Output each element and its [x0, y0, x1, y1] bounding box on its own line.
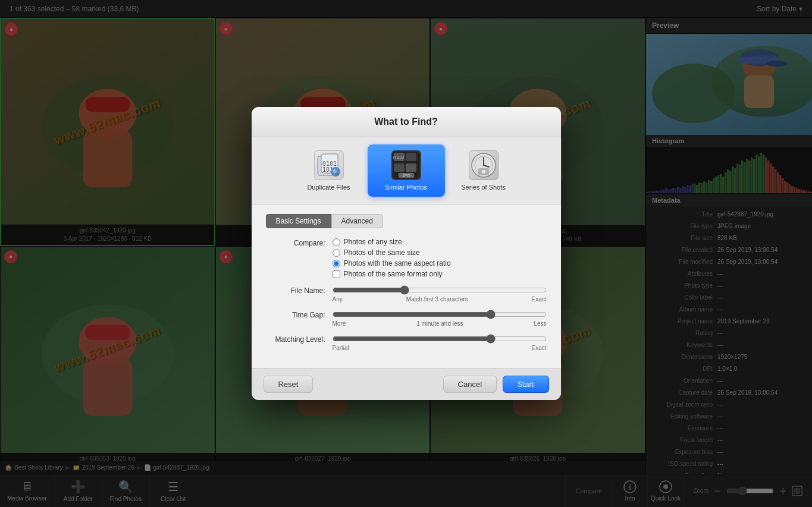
time-gap-labels: More 1 minute and less Less: [333, 320, 547, 327]
series-of-shots-label: Series of Shots: [461, 184, 506, 191]
time-gap-field-label: Time Gap:: [266, 310, 325, 319]
reset-button[interactable]: Reset: [264, 376, 313, 393]
modal-footer: Reset Cancel Start: [252, 368, 561, 400]
compare-same-size-label[interactable]: Photos of the same size: [344, 248, 420, 257]
start-button[interactable]: Start: [503, 376, 548, 393]
compare-any-size-row: Photos of any size: [333, 238, 547, 246]
compare-same-format-label[interactable]: Photos of the same format only: [344, 270, 443, 278]
compare-any-size-label[interactable]: Photos of any size: [344, 238, 402, 246]
svg-text:🔍: 🔍: [332, 168, 340, 176]
matching-level-slider[interactable]: [333, 334, 547, 344]
modal-overlay: What to Find? 0101 1010 🔍 Duplicate File…: [0, 0, 812, 507]
basic-settings-tab[interactable]: Basic Settings: [266, 214, 331, 228]
duplicate-files-icon: 0101 1010 🔍: [314, 150, 344, 180]
compare-any-size-radio[interactable]: [333, 238, 340, 246]
svg-text:RAW: RAW: [393, 155, 404, 160]
matching-level-labels: Partial Exact: [333, 345, 547, 351]
file-name-labels: Any Match first 3 characters Exact: [333, 296, 547, 303]
time-gap-right-label: Less: [534, 320, 546, 327]
file-name-slider[interactable]: [333, 285, 547, 295]
what-to-find-dialog: What to Find? 0101 1010 🔍 Duplicate File…: [252, 107, 561, 400]
compare-same-format-checkbox[interactable]: [333, 270, 340, 278]
file-name-slider-container: Any Match first 3 characters Exact: [333, 285, 547, 303]
compare-same-aspect-label[interactable]: Photos with the same aspect ratio: [344, 259, 451, 267]
file-name-left-label: Any: [333, 296, 343, 303]
file-name-right-label: Exact: [531, 296, 546, 303]
modal-tabs: 0101 1010 🔍 Duplicate Files RAW: [252, 137, 561, 204]
modal-title: What to Find?: [261, 116, 551, 127]
similar-photos-label: Similar Photos: [385, 184, 427, 191]
tab-similar-photos[interactable]: RAW JPG Similar Photos: [368, 144, 445, 197]
time-gap-slider-container: More 1 minute and less Less: [333, 310, 547, 327]
compare-same-aspect-row: Photos with the same aspect ratio: [333, 259, 547, 267]
matching-right-label: Exact: [531, 345, 546, 351]
time-gap-slider[interactable]: [333, 310, 547, 319]
tab-series-of-shots[interactable]: Series of Shots: [445, 144, 522, 197]
duplicate-files-label: Duplicate Files: [307, 184, 350, 191]
svg-rect-125: [406, 163, 416, 172]
settings-tabs: Basic Settings Advanced: [266, 214, 547, 228]
compare-same-aspect-radio[interactable]: [333, 260, 340, 267]
advanced-tab[interactable]: Advanced: [331, 214, 383, 228]
compare-controls: Photos of any size Photos of the same si…: [333, 238, 547, 278]
svg-text:JPG: JPG: [402, 174, 410, 178]
matching-level-slider-container: Partial Exact: [333, 334, 547, 351]
matching-level-controls: Partial Exact: [333, 334, 547, 351]
matching-level-row: Matching Level: Partial Exact: [266, 334, 547, 351]
time-gap-controls: More 1 minute and less Less: [333, 310, 547, 327]
tab-duplicate-files[interactable]: 0101 1010 🔍 Duplicate Files: [290, 144, 368, 197]
file-name-center-label: Match first 3 characters: [406, 296, 468, 303]
compare-same-format-row: Photos of the same format only: [333, 270, 547, 278]
cancel-button[interactable]: Cancel: [443, 376, 497, 393]
svg-point-133: [482, 170, 485, 174]
similar-photos-icon: RAW JPG: [391, 150, 421, 180]
modal-body: Basic Settings Advanced Compare: Photos …: [252, 204, 561, 368]
file-name-controls: Any Match first 3 characters Exact: [333, 285, 547, 303]
time-gap-row: Time Gap: More 1 minute and less Less: [266, 310, 547, 327]
time-gap-left-label: More: [333, 320, 346, 327]
modal-header: What to Find?: [252, 107, 561, 137]
svg-rect-124: [394, 163, 405, 172]
compare-field-label: Compare:: [266, 238, 325, 247]
compare-row: Compare: Photos of any size Photos of th…: [266, 238, 547, 278]
time-gap-center-label: 1 minute and less: [416, 320, 463, 327]
compare-same-size-row: Photos of the same size: [333, 248, 547, 257]
series-of-shots-icon: [469, 150, 499, 180]
file-name-field-label: File Name:: [266, 285, 325, 295]
svg-rect-122: [406, 153, 416, 161]
matching-level-field-label: Matching Level:: [266, 334, 325, 344]
file-name-row: File Name: Any Match first 3 characters …: [266, 285, 547, 303]
matching-left-label: Partial: [333, 345, 349, 351]
compare-same-size-radio[interactable]: [333, 249, 340, 257]
